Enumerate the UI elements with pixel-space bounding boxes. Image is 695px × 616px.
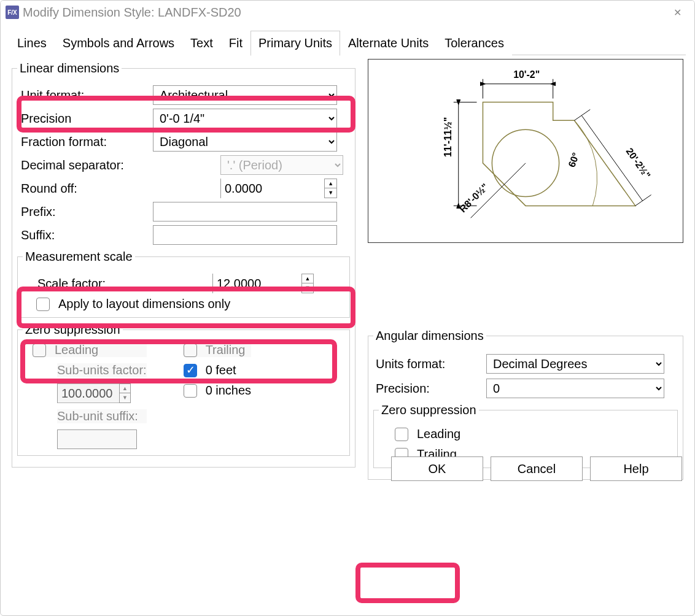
dialog-window: F/X Modify Dimension Style: LANDFX-SD20 … [0,0,695,616]
linear-legend: Linear dimensions [17,61,122,75]
checkbox-icon [33,344,46,357]
angular-precision-select[interactable]: 0 [486,379,664,398]
checkbox-icon [184,384,197,398]
highlight-ok-button [355,563,460,603]
angular-units-label: Units format: [376,357,480,371]
help-button[interactable]: Help [590,456,682,481]
preview-pane: 10'-2" 11'-11½" 60° 20'-2½" R8'-0½" [368,59,683,243]
tab-fit[interactable]: Fit [221,31,250,56]
trailing-check: Trailing [184,343,252,357]
dialog-buttons: OK Cancel Help [391,456,682,481]
measurement-legend: Measurement scale [23,250,135,264]
zero-inches-check[interactable]: 0 inches [184,383,252,398]
roundoff-spinner[interactable]: ▲▼ [220,179,337,198]
suffix-label: Suffix: [21,228,153,242]
svg-line-9 [635,195,651,206]
title-bar: F/X Modify Dimension Style: LANDFX-SD20 … [1,1,694,24]
angular-legend: Angular dimensions [373,329,486,343]
tab-alternate-units[interactable]: Alternate Units [340,31,437,56]
app-icon: F/X [6,6,19,19]
tab-primary-units[interactable]: Primary Units [250,31,340,56]
scale-factor-spinner[interactable]: ▲▼ [212,274,314,293]
apply-layout-check[interactable]: Apply to layout dimensions only [36,297,344,311]
tab-symbols-arrows[interactable]: Symbols and Arrows [55,31,182,56]
linear-dimensions-group: Linear dimensions Unit format: Architect… [12,61,355,468]
fraction-format-label: Fraction format: [21,135,153,149]
zero-legend: Zero suppression [23,323,123,337]
roundoff-up[interactable]: ▲ [324,179,336,188]
unit-format-select[interactable]: Architectural [153,85,337,105]
scale-down[interactable]: ▼ [301,283,313,293]
decimal-sep-label: Decimal separator: [21,158,153,172]
tab-tolerances[interactable]: Tolerances [437,31,512,56]
svg-text:R8'-0½": R8'-0½" [457,182,491,215]
zero-suppression-group: Zero suppression Leading Sub-units facto… [17,323,350,456]
checkbox-icon [36,298,50,311]
prefix-label: Prefix: [21,205,153,219]
angular-zero-legend: Zero suppression [379,403,479,417]
suffix-input[interactable] [153,225,337,245]
svg-text:20'-2½": 20'-2½" [624,146,652,180]
precision-label: Precision [21,112,153,126]
angular-units-select[interactable]: Decimal Degrees [486,354,664,374]
sub-unit-suffix-label: Sub-unit suffix: [57,409,147,423]
close-button[interactable]: ✕ [665,3,689,21]
tab-lines[interactable]: Lines [9,31,55,56]
window-title: Modify Dimension Style: LANDFX-SD20 [23,6,241,20]
checkbox-icon [184,344,197,357]
scale-factor-input[interactable] [213,274,301,293]
svg-text:10'-2": 10'-2" [513,69,540,80]
roundoff-down[interactable]: ▼ [324,188,336,198]
scale-factor-label: Scale factor: [37,277,169,291]
fraction-format-select[interactable]: Diagonal [153,132,337,152]
leading-check: Leading [33,343,147,357]
decimal-sep-select: '.' (Period) [220,155,343,175]
unit-format-label: Unit format: [21,88,153,102]
sub-units-factor-spinner: ▲▼ [57,383,131,403]
svg-line-8 [574,109,590,120]
scale-up[interactable]: ▲ [301,274,313,283]
roundoff-input[interactable] [221,179,324,198]
svg-text:11'-11½": 11'-11½" [443,117,453,157]
roundoff-label: Round off: [21,182,153,196]
precision-select[interactable]: 0'-0 1/4" [153,109,337,128]
zero-feet-check[interactable]: 0 feet [184,363,252,377]
cancel-button[interactable]: Cancel [491,456,583,481]
svg-text:60°: 60° [566,151,581,168]
prefix-input[interactable] [153,202,337,221]
sub-units-factor-label: Sub-units factor: [57,363,147,377]
ok-button[interactable]: OK [391,456,483,481]
sub-unit-suffix-input [57,429,137,449]
angular-leading-check[interactable]: Leading [395,427,672,441]
angular-precision-label: Precision: [376,382,480,396]
tab-text[interactable]: Text [182,31,221,56]
checkbox-checked-icon [184,364,197,377]
measurement-scale-group: Measurement scale Scale factor: ▲▼ Apply… [17,250,350,318]
sub-units-factor-input [58,383,119,403]
checkbox-icon [395,428,408,441]
apply-layout-label: Apply to layout dimensions only [58,297,230,311]
tab-strip: Lines Symbols and Arrows Text Fit Primar… [9,30,686,55]
